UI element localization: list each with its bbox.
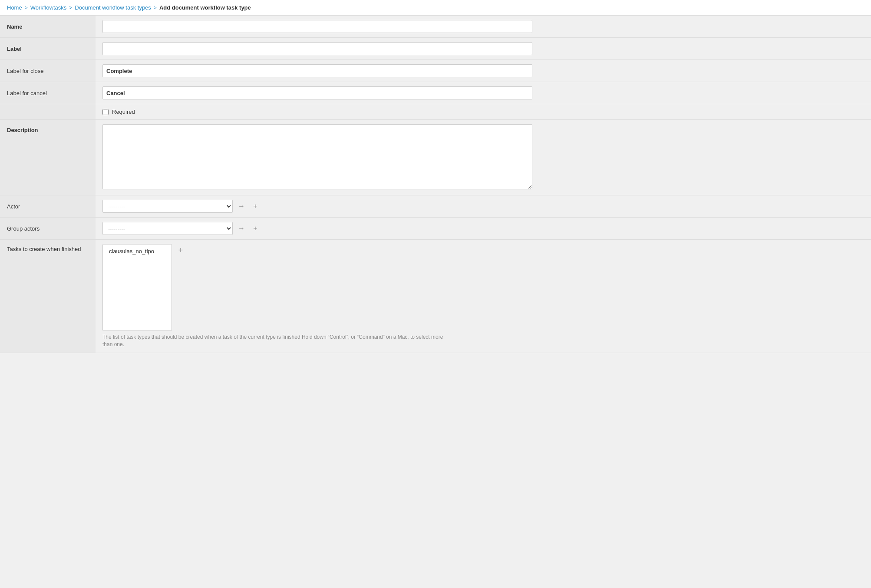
- name-label: Name: [0, 16, 96, 38]
- actor-row: Actor --------- → +: [0, 195, 871, 218]
- label-cancel-input[interactable]: [102, 86, 532, 99]
- label-cancel-input-cell: [96, 82, 871, 104]
- label-close-label: Label for close: [0, 60, 96, 82]
- tasks-create-label: Tasks to create when finished: [0, 240, 96, 353]
- label-cancel-row: Label for cancel: [0, 82, 871, 104]
- label-input-cell: [96, 38, 871, 60]
- form-container: Name Label Label for close Label for can…: [0, 16, 871, 353]
- description-input-cell: [96, 120, 871, 195]
- required-checkbox-label: Required: [112, 109, 135, 115]
- group-actors-plus-icon: +: [253, 225, 257, 232]
- breadcrumb-home[interactable]: Home: [7, 4, 22, 11]
- tasks-plus-icon: +: [178, 246, 183, 255]
- actor-select-row: --------- → +: [102, 200, 864, 213]
- breadcrumb-sep-1: >: [25, 5, 28, 11]
- breadcrumb-current: Add document workflow task type: [159, 4, 251, 11]
- tasks-add-button[interactable]: +: [175, 245, 186, 255]
- label-close-input[interactable]: [102, 64, 532, 77]
- group-actors-select-row: --------- → +: [102, 222, 864, 235]
- label-cancel-label: Label for cancel: [0, 82, 96, 104]
- group-actors-add-button[interactable]: +: [250, 223, 261, 234]
- actor-plus-icon: +: [253, 202, 257, 210]
- required-input-cell: Required: [96, 104, 871, 120]
- tasks-listbox[interactable]: clausulas_no_tipo: [102, 244, 172, 331]
- tasks-create-row: Tasks to create when finished clausulas_…: [0, 240, 871, 353]
- tasks-listbox-item: clausulas_no_tipo: [106, 246, 168, 256]
- actor-arrow-button[interactable]: →: [236, 201, 247, 211]
- label-label: Label: [0, 38, 96, 60]
- breadcrumb-workflowtasks[interactable]: Workflowtasks: [30, 4, 67, 11]
- breadcrumb: Home > Workflowtasks > Document workflow…: [0, 0, 871, 16]
- description-textarea[interactable]: [102, 124, 532, 189]
- name-input[interactable]: [102, 20, 532, 33]
- name-input-cell: [96, 16, 871, 38]
- group-actors-label: Group actors: [0, 218, 96, 240]
- label-input[interactable]: [102, 42, 532, 55]
- group-actors-select[interactable]: ---------: [102, 222, 233, 235]
- required-row: Required: [0, 104, 871, 120]
- label-close-row: Label for close: [0, 60, 871, 82]
- group-actors-row: Group actors --------- → +: [0, 218, 871, 240]
- label-close-input-cell: [96, 60, 871, 82]
- tasks-create-hint: The list of task types that should be cr…: [102, 334, 450, 348]
- actor-add-button[interactable]: +: [250, 201, 261, 211]
- tasks-widget: clausulas_no_tipo +: [102, 244, 864, 331]
- breadcrumb-document-workflow-task-types[interactable]: Document workflow task types: [75, 4, 151, 11]
- description-row: Description: [0, 120, 871, 195]
- required-checkbox[interactable]: [102, 109, 109, 115]
- breadcrumb-sep-2: >: [69, 5, 72, 11]
- name-row: Name: [0, 16, 871, 38]
- required-label-cell: [0, 104, 96, 120]
- actor-select[interactable]: ---------: [102, 200, 233, 213]
- group-actors-arrow-button[interactable]: →: [236, 223, 247, 234]
- description-label: Description: [0, 120, 96, 195]
- tasks-create-input-cell: clausulas_no_tipo + The list of task typ…: [96, 240, 871, 353]
- form-table: Name Label Label for close Label for can…: [0, 16, 871, 353]
- group-actors-input-cell: --------- → +: [96, 218, 871, 240]
- actor-arrow-icon: →: [238, 202, 245, 210]
- actor-input-cell: --------- → +: [96, 195, 871, 218]
- label-row: Label: [0, 38, 871, 60]
- required-checkbox-row: Required: [102, 109, 864, 115]
- breadcrumb-sep-3: >: [154, 5, 157, 11]
- group-actors-arrow-icon: →: [238, 225, 245, 232]
- actor-label: Actor: [0, 195, 96, 218]
